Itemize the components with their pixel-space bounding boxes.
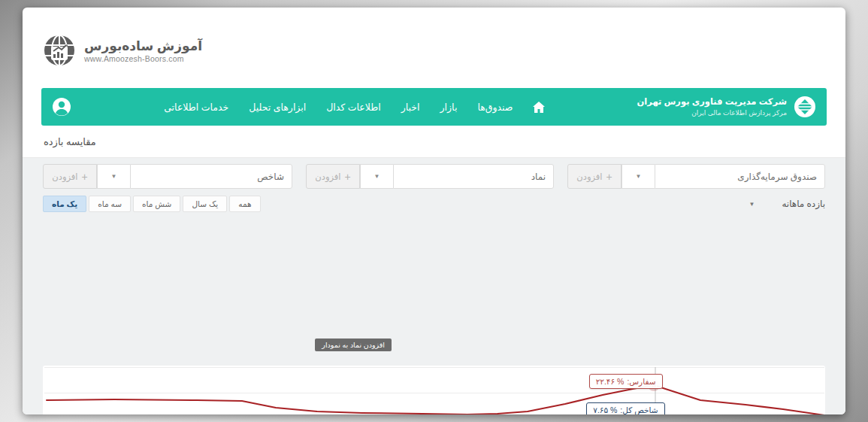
add-controls-row: ▼ + افزودن ▼ + افزودن ▼ + افزودن: [23, 158, 845, 189]
nav-item-funds[interactable]: صندوق‌ها: [477, 102, 513, 113]
main-navbar: شرکت مدیریت فناوری بورس تهران مرکز پرداز…: [41, 88, 827, 126]
nav-item-analysis-tools[interactable]: ابزارهای تحلیل: [249, 102, 306, 113]
tooltip-series-value: ۲۲.۴۶ %: [596, 377, 625, 386]
tooltip-sefaras: سفارس: ۲۲.۴۶ %: [589, 374, 663, 389]
add-symbol-tooltip: افزودن نماد به نمودار: [315, 339, 392, 351]
site-url: www.Amoozesh-Boors.com: [84, 54, 202, 63]
returns-chart-panel: سفارس: ۲۲.۴۶ % شاخص کل: ۷.۶۵ % مشترک پیش…: [43, 366, 825, 414]
nav-item-info-services[interactable]: خدمات اطلاعاتی: [164, 102, 228, 113]
range-all-button[interactable]: همه: [229, 196, 260, 212]
plus-icon: +: [345, 172, 351, 182]
tooltip-total-index: شاخص کل: ۷.۶۵ %: [586, 402, 664, 414]
tooltip-series-value: ۷.۶۵ %: [593, 405, 617, 414]
index-dropdown-caret[interactable]: ▼: [97, 164, 130, 189]
page-title: مقایسه بازده: [44, 136, 96, 147]
range-1y-button[interactable]: یک سال: [183, 196, 227, 212]
index-selector-group: ▼ + افزودن: [43, 164, 292, 189]
chevron-down-icon: ▼: [636, 173, 642, 180]
nav-item-news[interactable]: اخبار: [401, 102, 420, 113]
tsetmc-logo-icon: [794, 96, 816, 118]
period-row: بازده ماهانه ▼ همه یک سال شش ماه سه ماه …: [23, 189, 845, 211]
content-area: ▼ + افزودن ▼ + افزودن ▼ + افزودن: [23, 158, 845, 414]
index-search-input[interactable]: [130, 164, 292, 189]
range-6m-button[interactable]: شش ماه: [133, 196, 180, 212]
symbol-search-input[interactable]: [393, 164, 554, 189]
site-name: آموزش ساده‌بورس: [84, 38, 202, 54]
add-fund-button[interactable]: + افزودن: [567, 164, 622, 189]
plus-icon: +: [82, 172, 88, 182]
add-index-button[interactable]: + افزودن: [43, 164, 97, 189]
range-3m-button[interactable]: سه ماه: [89, 196, 131, 212]
tooltip-series-name: شاخص کل:: [620, 405, 658, 414]
home-icon: [533, 102, 545, 113]
add-index-label: افزودن: [52, 172, 77, 182]
nav-item-codal[interactable]: اطلاعات کدال: [326, 102, 380, 113]
home-nav-item[interactable]: [533, 102, 545, 113]
nav-item-market[interactable]: بازار: [440, 102, 458, 113]
returns-chart-svg: [44, 367, 824, 414]
fund-search-input[interactable]: [655, 164, 825, 189]
add-fund-label: افزودن: [576, 172, 602, 182]
fund-selector-group: ▼ + افزودن: [567, 164, 825, 189]
symbol-dropdown-caret[interactable]: ▼: [360, 164, 393, 189]
chevron-down-icon: ▼: [749, 201, 755, 208]
period-type-label: بازده ماهانه: [782, 199, 825, 209]
chevron-down-icon: ▼: [374, 173, 380, 180]
globe-chart-icon: [42, 33, 77, 68]
user-account-button[interactable]: [52, 97, 71, 117]
page-title-bar: مقایسه بازده: [23, 126, 845, 158]
chevron-down-icon: ▼: [111, 173, 117, 180]
company-subtitle: مرکز پردازش اطلاعات مالی ایران: [637, 108, 787, 117]
add-symbol-button[interactable]: + افزودن: [306, 164, 360, 189]
add-symbol-label: افزودن: [315, 172, 340, 182]
symbol-selector-group: ▼ + افزودن: [306, 164, 554, 189]
company-name: شرکت مدیریت فناوری بورس تهران: [637, 96, 787, 108]
range-1m-button[interactable]: یک ماه: [43, 196, 86, 212]
period-type-select[interactable]: بازده ماهانه ▼: [749, 199, 825, 209]
fund-dropdown-caret[interactable]: ▼: [622, 164, 655, 189]
nav-menu: صندوق‌ها بازار اخبار اطلاعات کدال ابزاره…: [164, 102, 545, 113]
plot-area[interactable]: سفارس: ۲۲.۴۶ % شاخص کل: ۷.۶۵ % مشترک پیش…: [44, 367, 824, 414]
app-window: آموزش ساده‌بورس www.Amoozesh-Boors.com ش…: [23, 8, 845, 414]
plus-icon: +: [606, 172, 612, 182]
range-buttons: همه یک سال شش ماه سه ماه یک ماه: [43, 196, 261, 212]
site-logo: آموزش ساده‌بورس www.Amoozesh-Boors.com: [42, 33, 202, 68]
user-icon: [52, 97, 71, 117]
tooltip-series-name: سفارس:: [627, 377, 655, 386]
tsetmc-brand[interactable]: شرکت مدیریت فناوری بورس تهران مرکز پرداز…: [637, 96, 816, 118]
